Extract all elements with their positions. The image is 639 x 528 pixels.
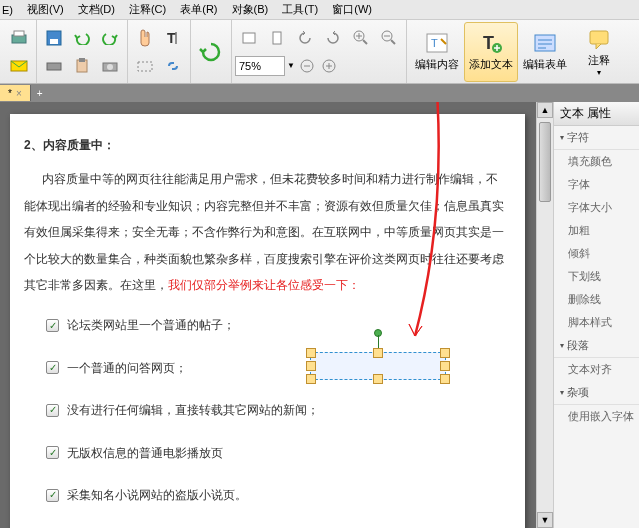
resize-handle[interactable] [306,374,316,384]
prop-bold[interactable]: 加粗 [554,219,639,242]
add-tab-button[interactable]: + [31,88,49,99]
svg-rect-4 [50,39,58,44]
document-tab[interactable]: *× [0,85,31,101]
paragraph: 其它非常多因素。在这里，我们仅部分举例来让各位感受一下： [24,272,511,298]
zoom-out-icon[interactable] [375,25,403,51]
menu-view[interactable]: 视图(V) [27,2,64,17]
zoom-plus-icon[interactable] [319,53,339,79]
edit-content-button[interactable]: T 编辑内容 [410,22,464,82]
menu-win[interactable]: 窗口(W) [332,2,372,17]
text-box-selection[interactable] [310,352,446,380]
check-icon: ✓ [46,489,59,502]
menu-form[interactable]: 表单(R) [180,2,217,17]
add-text-label: 添加文本 [469,57,513,72]
svg-rect-11 [138,62,152,71]
annotate-label: 注释 [588,53,610,68]
svg-rect-22 [535,35,555,51]
hand-icon[interactable] [131,25,159,51]
paragraph: 个比较大的数量集合，种类面貌也繁杂多样，百度搜索引擎在评价这类网页时往往还要考虑 [24,246,511,272]
refresh-icon[interactable] [194,35,228,69]
resize-handle[interactable] [373,348,383,358]
save-icon[interactable] [40,25,68,51]
mail-icon[interactable] [5,53,33,79]
document-area[interactable]: 2、内容质量中： 内容质量中等的网页往往能满足用户需求，但未花费较多时间和精力进… [0,102,536,528]
check-icon: ✓ [46,446,59,459]
close-tab-icon[interactable]: × [16,88,22,99]
properties-panel: 文本 属性 ▾字符 填充颜色 字体 字体大小 加粗 倾斜 下划线 删除线 脚本样… [553,102,639,528]
prop-font[interactable]: 字体 [554,173,639,196]
list-item: ✓采集知名小说网站的盗版小说页。 [46,482,511,508]
scan-icon[interactable] [40,53,68,79]
subheading: 实例参考： [24,524,511,528]
undo-icon[interactable] [68,25,96,51]
check-icon: ✓ [46,404,59,417]
zoom-input[interactable] [235,56,285,76]
prop-fontsize[interactable]: 字体大小 [554,196,639,219]
section-char[interactable]: ▾字符 [554,126,639,150]
prop-fillcolor[interactable]: 填充颜色 [554,150,639,173]
resize-handle[interactable] [306,361,316,371]
zoom-dropdown-icon[interactable]: ▼ [287,61,295,70]
measure-button[interactable]: 度量▾ [626,22,639,82]
link-icon[interactable] [159,53,187,79]
clipboard-icon[interactable] [68,53,96,79]
add-text-button[interactable]: T 添加文本 [464,22,518,82]
scrollbar-thumb[interactable] [539,122,551,202]
snapshot-icon[interactable] [131,53,159,79]
zoom-minus-icon[interactable] [297,53,317,79]
svg-rect-5 [47,63,61,70]
zoom-in-icon[interactable] [347,25,375,51]
menu-e[interactable]: E) [2,4,13,16]
section-para[interactable]: ▾段落 [554,334,639,358]
highlight-text: 我们仅部分举例来让各位感受一下： [168,278,360,292]
menu-doc[interactable]: 文档(D) [78,2,115,17]
svg-text:T: T [167,30,176,46]
annotate-button[interactable]: 注释▾ [572,22,626,82]
paragraph: 能体现出编者的经验和专业知识；内容完整但并不丰富；资源有效但质量欠佳；信息虽真实 [24,193,511,219]
rotate-left-icon[interactable] [291,25,319,51]
prop-strike[interactable]: 删除线 [554,288,639,311]
resize-handle[interactable] [440,348,450,358]
paragraph: 内容质量中等的网页往往能满足用户需求，但未花费较多时间和精力进行制作编辑，不 [24,166,511,192]
resize-handle[interactable] [440,374,450,384]
page: 2、内容质量中： 内容质量中等的网页往往能满足用户需求，但未花费较多时间和精力进… [10,114,525,528]
rotate-right-icon[interactable] [319,25,347,51]
paragraph: 有效但属采集得来；安全无毒；不含作弊行为和意图。在互联网中，中等质量网页其实是一 [24,219,511,245]
resize-handle[interactable] [373,374,383,384]
prop-underline[interactable]: 下划线 [554,265,639,288]
vertical-scrollbar[interactable]: ▲ ▼ [536,102,553,528]
resize-handle[interactable] [440,361,450,371]
svg-text:T: T [483,33,494,53]
toolbar: T ▼ [0,20,639,84]
camera-icon[interactable] [96,53,124,79]
edit-form-button[interactable]: 编辑表单 [518,22,572,82]
svg-rect-12 [243,33,255,43]
prop-embedfont[interactable]: 使用嵌入字体 [554,405,639,428]
scroll-down-icon[interactable]: ▼ [537,512,553,528]
prop-scriptstyle[interactable]: 脚本样式 [554,311,639,334]
scroll-up-icon[interactable]: ▲ [537,102,553,118]
svg-rect-23 [590,31,608,44]
svg-rect-7 [79,58,85,62]
resize-handle[interactable] [306,348,316,358]
fit-page-icon[interactable] [263,25,291,51]
svg-rect-13 [273,32,281,44]
redo-icon[interactable] [96,25,124,51]
section-misc[interactable]: ▾杂项 [554,381,639,405]
collapse-icon: ▾ [560,133,564,142]
check-icon: ✓ [46,361,59,374]
text-select-icon[interactable]: T [159,25,187,51]
prop-italic[interactable]: 倾斜 [554,242,639,265]
menu-tool[interactable]: 工具(T) [282,2,318,17]
list-item: ✓没有进行任何编辑，直接转载其它网站的新闻； [46,397,511,423]
print-icon[interactable] [5,25,33,51]
fit-width-icon[interactable] [235,25,263,51]
prop-textalign[interactable]: 文本对齐 [554,358,639,381]
menu-bar: E) 视图(V) 文档(D) 注释(C) 表单(R) 对象(B) 工具(T) 窗… [0,0,639,20]
collapse-icon: ▾ [560,388,564,397]
list-item: ✓无版权信息的普通电影播放页 [46,440,511,466]
menu-annot[interactable]: 注释(C) [129,2,166,17]
collapse-icon: ▾ [560,341,564,350]
edit-content-label: 编辑内容 [415,57,459,72]
menu-obj[interactable]: 对象(B) [232,2,269,17]
